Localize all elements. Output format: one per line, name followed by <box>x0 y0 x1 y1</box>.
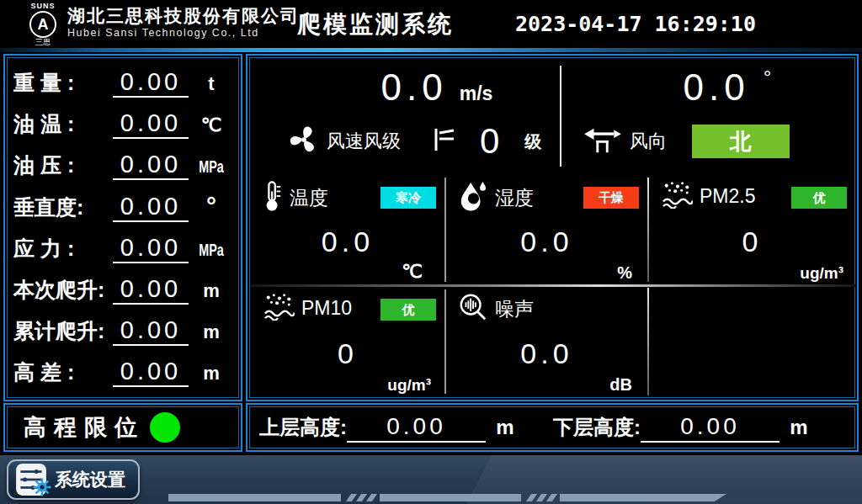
wind-direction-value: 0.0 <box>684 67 750 108</box>
oil-temp-value: 0.00 <box>113 109 189 139</box>
lower-height-value: 0.00 <box>641 412 780 443</box>
humidity-drop-icon <box>458 180 488 215</box>
measure-row-oil-pressure: 油 压 : 0.00 MPa <box>13 151 231 180</box>
logo-sansi-text: 三思 <box>35 39 51 46</box>
environment-panel: 0.0 m/s 风速风级 <box>246 54 859 401</box>
pm10-label: PM10 <box>301 297 352 320</box>
current-climb-value: 0.00 <box>113 275 189 305</box>
measurement-sidebar: 重 量 : 0.00 t 油 温 : 0.00 ℃ 油 压 : 0.00 MPa… <box>3 54 242 401</box>
temperature-unit: ℃ <box>402 261 423 283</box>
noise-unit: dB <box>609 375 632 395</box>
temperature-cell: 温度 寒冷 0.0 ℃ <box>251 173 444 285</box>
weight-value: 0.00 <box>113 68 189 98</box>
header-bar: SUNS A 三思 湖北三思科技股份有限公司 Hubei Sansi Techn… <box>0 0 862 48</box>
company-name-cn: 湖北三思科技股份有限公司 <box>67 5 300 27</box>
noise-magnifier-icon <box>458 292 488 326</box>
company-name-block: 湖北三思科技股份有限公司 Hubei Sansi Technology Co.,… <box>67 5 300 39</box>
company-name-en: Hubei Sansi Technology Co., Ltd <box>67 27 300 39</box>
measure-row-height-diff: 高 差 : 0.00 m <box>13 358 231 387</box>
layer-heights-box: 上层高度: 0.00 m 下层高度: 0.00 m <box>246 403 859 452</box>
wind-speed-value: 0.0 <box>381 67 448 108</box>
wind-speed-display: 0.0 m/s <box>311 67 563 108</box>
thermometer-icon <box>263 180 283 215</box>
wind-speed-unit: m/s <box>460 82 493 105</box>
lower-height-label: 下层高度: <box>553 414 641 441</box>
wind-direction-unit: ° <box>764 67 772 88</box>
upper-height-value: 0.00 <box>347 412 486 443</box>
pm10-value: 0 <box>251 337 444 370</box>
upper-height-unit: m <box>486 416 524 439</box>
pm10-status-badge: 优 <box>380 299 436 321</box>
pm25-status-badge: 优 <box>791 187 847 209</box>
pm25-value: 0 <box>649 225 855 258</box>
humidity-cell: 湿度 干燥 0.0 % <box>446 173 647 285</box>
wind-direction-label: 风向 <box>630 129 667 154</box>
wind-level-value: 0 <box>480 124 499 159</box>
pm10-cell: PM10 优 0 ug/m³ <box>251 285 444 397</box>
measure-row-weight: 重 量 : 0.00 t <box>13 68 231 98</box>
lower-height-unit: m <box>780 416 818 439</box>
gear-icon <box>33 478 51 500</box>
humidity-status-badge: 干燥 <box>583 187 639 209</box>
pm25-unit: ug/m³ <box>800 264 843 283</box>
wind-direction-display: 0.0 ° <box>618 67 837 108</box>
elevation-limit-box: 高程限位 <box>3 403 242 452</box>
system-settings-button[interactable]: 系统设置 <box>7 459 140 500</box>
temperature-value: 0.0 <box>251 225 444 258</box>
wind-level-icon <box>433 126 456 157</box>
wind-direction-badge: 北 <box>692 125 790 158</box>
temperature-label: 温度 <box>290 185 328 211</box>
page-title: 爬模监测系统 <box>297 0 454 48</box>
measure-row-verticality: 垂直度: 0.00 ° <box>13 192 231 222</box>
upper-height-label: 上层高度: <box>259 414 347 441</box>
temperature-status-badge: 寒冷 <box>380 187 436 209</box>
oil-pressure-value: 0.00 <box>113 151 189 180</box>
measure-row-total-climb: 累计爬升: 0.00 m <box>13 316 231 346</box>
empty-cell <box>649 285 855 397</box>
wind-speed-label: 风速风级 <box>327 129 401 154</box>
footer-bar: 系统设置 <box>0 455 862 504</box>
measure-row-stress: 应 力 : 0.00 MPa <box>13 234 231 263</box>
wind-vane-icon <box>583 123 623 160</box>
wind-level-row: 风速风级 0 级 <box>288 123 541 160</box>
company-logo: SUNS A 三思 <box>19 1 67 47</box>
fan-icon <box>288 124 320 159</box>
footer-decor-strip <box>168 494 726 501</box>
dust-icon <box>263 292 295 324</box>
elevation-limit-label: 高程限位 <box>24 412 145 443</box>
datetime-display: 2023-04-17 16:29:10 <box>515 0 756 48</box>
measure-row-current-climb: 本次爬升: 0.00 m <box>13 275 231 305</box>
noise-label: 噪声 <box>495 296 534 322</box>
pm25-cell: PM2.5 优 0 ug/m³ <box>649 173 855 285</box>
noise-cell: 噪声 0.0 dB <box>446 285 647 397</box>
pm25-label: PM2.5 <box>700 185 755 208</box>
height-diff-value: 0.00 <box>113 358 189 387</box>
pm10-unit: ug/m³ <box>387 376 431 395</box>
humidity-value: 0.0 <box>446 225 647 258</box>
noise-value: 0.0 <box>446 337 647 370</box>
humidity-unit: % <box>617 263 632 283</box>
humidity-label: 湿度 <box>495 185 534 211</box>
settings-sliders-icon <box>15 463 47 496</box>
wind-level-unit: 级 <box>524 130 541 153</box>
verticality-value: 0.00 <box>113 193 189 222</box>
climbing-formwork-monitor-screen: SUNS A 三思 湖北三思科技股份有限公司 Hubei Sansi Techn… <box>0 0 862 504</box>
settings-button-label: 系统设置 <box>55 468 125 491</box>
header-divider <box>0 48 862 52</box>
logo-circle-icon: A <box>29 11 56 38</box>
stress-value: 0.00 <box>113 234 189 263</box>
logo-suns-text: SUNS <box>30 3 55 10</box>
measure-row-oil-temp: 油 温 : 0.00 ℃ <box>13 109 231 139</box>
elevation-limit-indicator <box>150 412 180 443</box>
total-climb-value: 0.00 <box>113 316 189 346</box>
dust-icon <box>661 180 693 212</box>
wind-direction-row: 风向 北 <box>583 123 790 160</box>
